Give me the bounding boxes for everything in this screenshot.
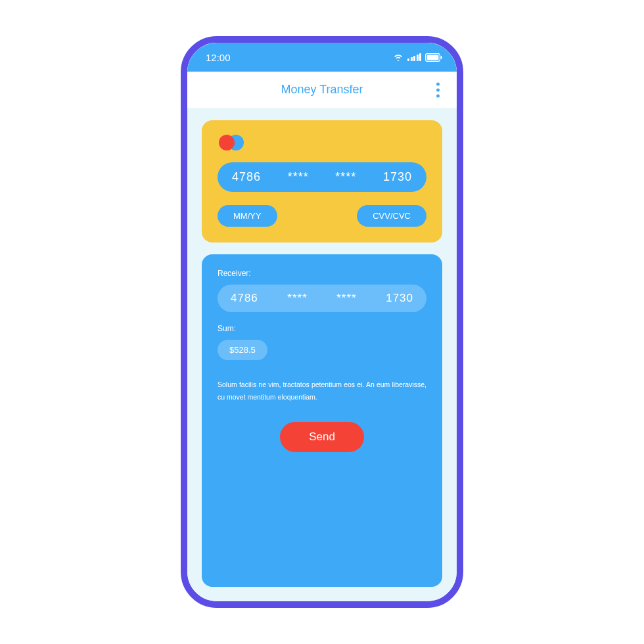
receiver-card-input[interactable]: 4786 **** **** 1730 <box>218 285 426 312</box>
receiver-number-group-4: 1730 <box>386 292 413 305</box>
cvv-input[interactable]: CVV/CVC <box>357 205 426 227</box>
receiver-number-group-1: 4786 <box>231 292 258 305</box>
phone-frame: 12:00 Mo <box>181 36 463 608</box>
receiver-label: Receiver: <box>218 269 426 278</box>
app-header: Money Transfer <box>187 72 457 108</box>
card-number-group-4: 1730 <box>383 170 412 184</box>
info-text: Solum facilis ne vim, tractatos petentiu… <box>218 379 426 403</box>
expiry-input[interactable]: MM/YY <box>218 205 277 227</box>
status-time: 12:00 <box>206 52 231 63</box>
receiver-number-group-2: **** <box>287 292 307 305</box>
screen: 12:00 Mo <box>187 43 457 601</box>
card-brand-icon <box>219 135 426 150</box>
card-number-group-3: **** <box>335 170 356 184</box>
receiver-number-group-3: **** <box>336 292 356 305</box>
status-bar: 12:00 <box>187 43 457 72</box>
status-icons <box>393 53 442 62</box>
more-vertical-icon <box>436 82 440 85</box>
signal-icon <box>407 53 421 61</box>
card-number-input[interactable]: 4786 **** **** 1730 <box>218 162 426 192</box>
card-number-group-1: 4786 <box>232 170 261 184</box>
wifi-icon <box>393 53 403 61</box>
card-number-group-2: **** <box>288 170 309 184</box>
source-card: 4786 **** **** 1730 MM/YY CVV/CVC <box>202 120 442 242</box>
content: 4786 **** **** 1730 MM/YY CVV/CVC Receiv… <box>187 108 457 601</box>
sum-label: Sum: <box>218 324 426 333</box>
card-detail-row: MM/YY CVV/CVC <box>218 205 426 227</box>
page-title: Money Transfer <box>281 83 363 97</box>
transfer-panel: Receiver: 4786 **** **** 1730 Sum: $528.… <box>202 254 442 587</box>
svg-rect-2 <box>441 56 442 59</box>
battery-icon <box>425 53 442 62</box>
sum-input[interactable]: $528.5 <box>218 340 267 360</box>
more-menu-button[interactable] <box>436 82 440 97</box>
send-button[interactable]: Send <box>280 422 364 452</box>
svg-rect-1 <box>427 55 439 60</box>
